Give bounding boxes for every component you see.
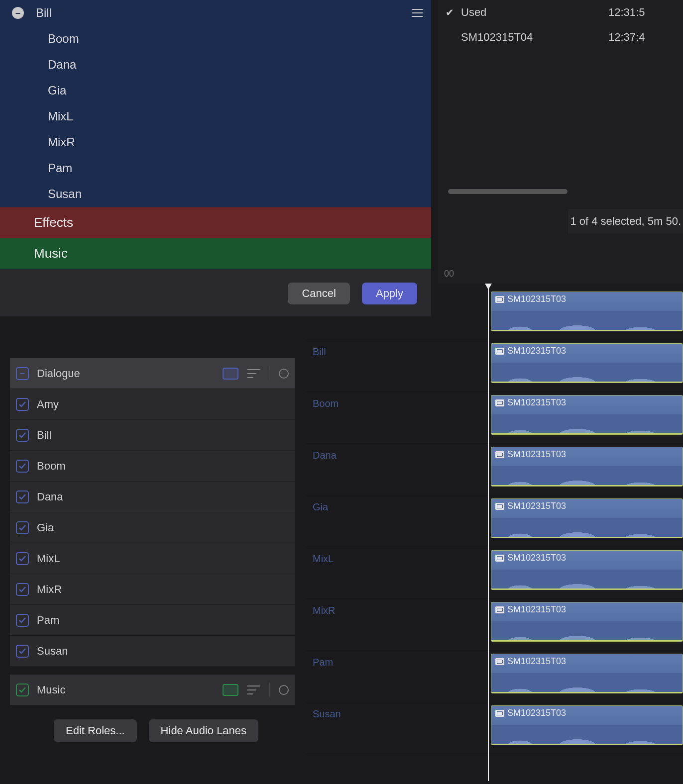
subrole-checkbox[interactable] — [16, 583, 29, 596]
subrole-item[interactable]: Susan — [0, 181, 431, 207]
audio-clip[interactable]: SM102315T03 — [491, 654, 683, 693]
lane-label: MixL — [306, 547, 485, 565]
audio-clip[interactable]: SM102315T03 — [491, 447, 683, 487]
index-subrole[interactable]: Boom — [10, 451, 295, 482]
check-icon: ✔ — [438, 6, 461, 18]
audio-clip[interactable]: SM102315T03 — [491, 498, 683, 538]
subrole-checkbox[interactable] — [16, 490, 29, 503]
waveform — [491, 621, 683, 641]
audio-lane[interactable]: MixL SM102315T03 — [306, 547, 683, 599]
subrole-label: Pam — [48, 161, 431, 175]
role-label: Effects — [34, 215, 73, 230]
index-subrole[interactable]: Susan — [10, 636, 295, 667]
subrole-checkbox[interactable] — [16, 614, 29, 627]
audio-clip[interactable]: SM102315T03 — [491, 343, 683, 383]
waveform — [491, 311, 683, 331]
subrole-label: Dana — [48, 58, 431, 72]
focus-button[interactable] — [279, 369, 289, 379]
subrole-label: Susan — [48, 187, 431, 201]
waveform — [491, 570, 683, 589]
subrole-checkbox[interactable] — [16, 645, 29, 658]
subrole-label: Boom — [37, 460, 289, 473]
clip-icon — [495, 296, 504, 303]
waveform — [491, 363, 683, 383]
audio-lane[interactable]: Bill SM102315T03 — [306, 340, 683, 392]
index-subrole[interactable]: Amy — [10, 389, 295, 420]
more-icon[interactable] — [403, 9, 431, 17]
browser-row[interactable]: ✔ Used 12:31:5 — [438, 0, 683, 25]
lane-label: Boom — [306, 392, 485, 409]
edit-roles-button[interactable]: Edit Roles... — [54, 719, 137, 742]
subrole-label: Gia — [48, 84, 431, 98]
lanes-toggle-icon[interactable] — [247, 369, 260, 378]
focus-button[interactable] — [279, 685, 289, 695]
audio-clip[interactable]: SM102315T03 — [491, 550, 683, 590]
timeline-ruler[interactable]: 00 — [438, 264, 683, 284]
hide-audio-lanes-button[interactable]: Hide Audio Lanes — [149, 719, 258, 742]
index-role-music[interactable]: Music — [10, 675, 295, 705]
subrole-checkbox[interactable] — [16, 429, 29, 442]
lane-label: Pam — [306, 651, 485, 668]
role-effects[interactable]: Effects — [0, 207, 431, 238]
collapse-icon[interactable]: – — [0, 7, 36, 19]
index-role-dialogue[interactable]: – Dialogue — [10, 358, 295, 389]
lane-label: MixR — [306, 599, 485, 616]
clip-display-toggle[interactable] — [223, 368, 238, 380]
index-subrole[interactable]: Pam — [10, 605, 295, 636]
clip-icon — [495, 606, 504, 613]
index-subrole[interactable]: Bill — [10, 420, 295, 451]
subrole-label: Bill — [36, 6, 403, 20]
subrole-label: Pam — [37, 614, 289, 627]
clip-browser: ✔ Used 12:31:5 SM102315T04 12:37:4 — [438, 0, 683, 279]
subrole-label: Amy — [37, 398, 289, 411]
index-subrole[interactable]: MixR — [10, 574, 295, 605]
subrole-checkbox[interactable] — [16, 398, 29, 411]
waveform — [491, 518, 683, 538]
audio-lane[interactable]: Pam SM102315T03 — [306, 651, 683, 702]
lane-label: Bill — [306, 340, 485, 358]
subrole-item[interactable]: Boom — [0, 26, 431, 52]
clip-name-label: SM102315T03 — [507, 294, 566, 304]
separator — [269, 367, 270, 381]
audio-lane[interactable]: Dana SM102315T03 — [306, 444, 683, 495]
audio-lane[interactable]: Boom SM102315T03 — [306, 392, 683, 444]
subrole-checkbox[interactable] — [16, 460, 29, 473]
clip-icon — [495, 555, 504, 562]
subrole-checkbox[interactable] — [16, 521, 29, 534]
index-subrole[interactable]: Dana — [10, 482, 295, 512]
subrole-item[interactable]: MixL — [0, 103, 431, 129]
role-controls — [223, 683, 289, 697]
subrole-label: Bill — [37, 429, 289, 442]
audio-clip[interactable]: SM102315T03 — [491, 602, 683, 642]
playhead[interactable] — [488, 284, 489, 781]
role-music[interactable]: Music — [0, 238, 431, 269]
role-checkbox-mixed[interactable]: – — [16, 367, 29, 380]
clip-icon — [495, 451, 504, 458]
audio-lane[interactable]: Gia SM102315T03 — [306, 495, 683, 547]
roles-assign-dialog: – Bill Boom Dana Gia MixL MixR Pam Susan… — [0, 0, 431, 316]
subrole-item[interactable]: – Bill — [0, 0, 431, 26]
audio-clip[interactable]: SM102315T03 — [491, 705, 683, 745]
browser-row[interactable]: SM102315T04 12:37:4 — [438, 25, 683, 50]
role-checkbox[interactable] — [16, 684, 29, 696]
index-subrole[interactable]: Gia — [10, 512, 295, 543]
horizontal-scrollbar[interactable] — [448, 189, 568, 194]
timeline-lanes: SM102315T03 Bill SM102315T03 Boom SM1023… — [306, 289, 683, 754]
index-subrole[interactable]: MixL — [10, 543, 295, 574]
subrole-item[interactable]: Dana — [0, 52, 431, 78]
waveform — [491, 725, 683, 745]
subrole-item[interactable]: Pam — [0, 155, 431, 181]
audio-lane[interactable]: Susan SM102315T03 — [306, 702, 683, 754]
audio-lane[interactable]: SM102315T03 — [306, 289, 683, 340]
ruler-tick: 00 — [438, 269, 454, 279]
subrole-item[interactable]: MixR — [0, 129, 431, 155]
audio-clip[interactable]: SM102315T03 — [491, 292, 683, 331]
audio-clip[interactable]: SM102315T03 — [491, 395, 683, 435]
clip-icon — [495, 710, 504, 717]
subrole-item[interactable]: Gia — [0, 78, 431, 103]
lanes-toggle-icon[interactable] — [247, 686, 260, 694]
clip-display-toggle[interactable] — [223, 684, 238, 696]
audio-lane[interactable]: MixR SM102315T03 — [306, 599, 683, 651]
lane-label: Susan — [306, 702, 485, 720]
subrole-checkbox[interactable] — [16, 552, 29, 565]
